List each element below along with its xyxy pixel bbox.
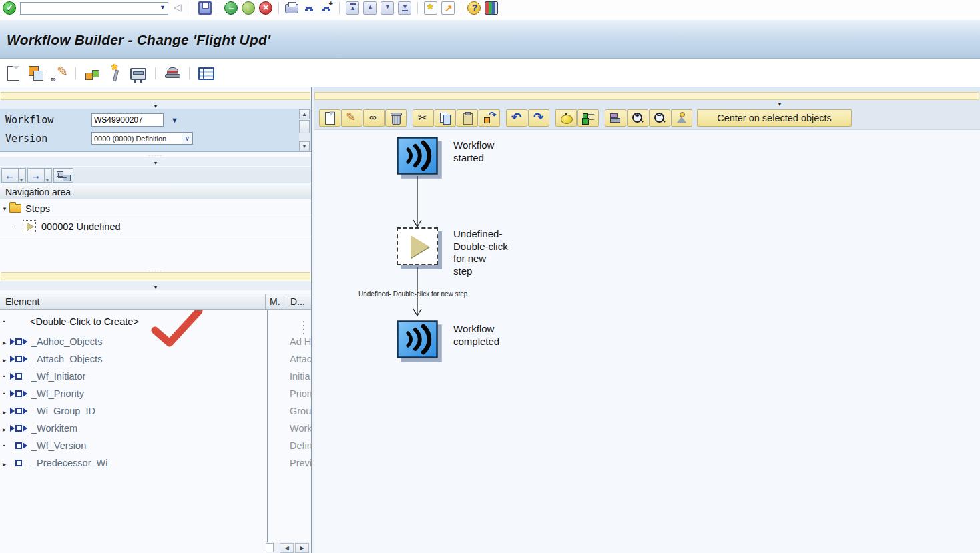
collapse-triangle-icon[interactable]: ▼	[777, 101, 782, 107]
back-history-icon[interactable]	[19, 168, 26, 183]
hide-command-icon[interactable]	[172, 1, 186, 15]
diagram-copy-object-button[interactable]	[479, 109, 500, 127]
copy-workflow-icon[interactable]	[28, 65, 44, 81]
element-row[interactable]: _Wf_Priority Priori	[0, 385, 311, 402]
diagram-watchpoints-button[interactable]	[577, 109, 599, 127]
test-icon[interactable]	[130, 68, 146, 80]
basic-data-icon[interactable]	[164, 65, 180, 81]
element-name[interactable]: _Adhoc_Objects	[31, 336, 102, 347]
table-horizontal-scrollbar[interactable]: ◀ ▶	[266, 542, 310, 553]
column-element[interactable]: Element	[5, 296, 39, 307]
expander-icon[interactable]	[0, 406, 9, 416]
tree-item-label[interactable]: 000002 Undefined	[41, 221, 121, 232]
save-icon[interactable]	[198, 1, 212, 15]
scroll-thumb[interactable]	[299, 120, 310, 133]
workflow-dropdown-icon[interactable]: ▼	[171, 116, 178, 124]
expander-icon[interactable]	[0, 458, 9, 468]
element-row[interactable]: _Wf_Version Defin	[0, 437, 311, 454]
scroll-thumb[interactable]	[266, 543, 274, 552]
cancel-icon[interactable]	[259, 1, 272, 15]
scroll-left-icon[interactable]: ◀	[280, 543, 294, 553]
column-divider[interactable]	[286, 294, 286, 309]
diagram-zoom-out-button[interactable]	[649, 109, 670, 127]
diagram-net-structure-button[interactable]	[605, 109, 626, 127]
create-shortcut-icon[interactable]	[441, 1, 455, 15]
next-page-icon[interactable]	[381, 1, 394, 15]
diagram-copy-button[interactable]	[435, 109, 456, 127]
navigation-tray-collapse-icon[interactable]	[0, 157, 311, 166]
help-icon[interactable]	[467, 1, 481, 15]
forward-history-icon[interactable]	[45, 168, 52, 183]
element-row[interactable]: _Attach_Objects Attac	[0, 350, 311, 368]
diagram-cut-button[interactable]	[413, 109, 434, 127]
expander-icon[interactable]	[0, 423, 9, 434]
command-dropdown-icon[interactable]	[158, 1, 168, 15]
workflow-list-icon[interactable]	[198, 67, 214, 80]
column-divider[interactable]	[265, 294, 266, 309]
back-step-button[interactable]	[1, 168, 19, 183]
diagram-delete-button[interactable]	[385, 109, 407, 127]
element-name[interactable]: <Double-Click to Create>	[9, 316, 139, 327]
undefined-step-icon[interactable]	[23, 220, 36, 233]
diagram-new-button[interactable]	[319, 109, 340, 127]
expander-icon[interactable]	[0, 354, 9, 364]
collapse-triangle-icon[interactable]: ▾	[0, 205, 9, 212]
first-page-icon[interactable]	[346, 1, 359, 15]
element-row[interactable]: _Wi_Group_ID Grou	[0, 402, 311, 420]
workflow-started-node-icon[interactable]	[397, 137, 438, 175]
form-vertical-scrollbar[interactable]: ▲ ▼	[299, 109, 310, 151]
workflow-tray-header[interactable]	[1, 92, 310, 100]
element-row[interactable]: _Workitem Work	[0, 420, 311, 437]
center-on-selected-button[interactable]: Center on selected objects	[697, 109, 852, 127]
element-name[interactable]: _Workitem	[31, 423, 77, 434]
workflow-completed-node-icon[interactable]	[397, 320, 438, 358]
expander-icon[interactable]	[0, 336, 9, 347]
undefined-step-node[interactable]	[397, 227, 438, 265]
customize-layout-icon[interactable]	[485, 1, 498, 15]
where-used-icon[interactable]	[85, 65, 101, 81]
column-m[interactable]: M.	[270, 296, 280, 307]
tree-item-steps[interactable]: ▾ Steps	[0, 200, 311, 217]
diagram-edit-button[interactable]	[341, 109, 362, 127]
tree-item-label[interactable]: Steps	[25, 203, 50, 214]
diagram-paste-button[interactable]	[457, 109, 478, 127]
element-name[interactable]: _Attach_Objects	[31, 354, 102, 364]
version-select[interactable]: 0000 (0000) Definition ∨	[91, 132, 193, 145]
element-row[interactable]: _Adhoc_Objects Ad H	[0, 333, 311, 350]
drag-handle-dots[interactable]	[302, 320, 306, 337]
diagram-redo-button[interactable]	[528, 109, 549, 127]
scroll-up-icon[interactable]: ▲	[299, 109, 310, 119]
tree-item-undefined-step[interactable]: · 000002 Undefined	[0, 218, 311, 235]
diagram-canvas[interactable]: Workflow started Undefined- Double-click…	[314, 129, 980, 553]
element-row[interactable]: _Predecessor_Wi Previ	[0, 454, 311, 472]
exit-icon[interactable]	[242, 1, 255, 15]
workflow-tray-collapse-icon[interactable]	[0, 100, 311, 109]
element-tray-collapse-icon[interactable]	[0, 281, 311, 290]
diagram-person-view-button[interactable]	[671, 109, 692, 127]
find-next-icon[interactable]	[320, 1, 333, 15]
last-page-icon[interactable]	[398, 1, 411, 15]
scroll-down-icon[interactable]: ▼	[299, 141, 310, 151]
workflow-id-input[interactable]	[91, 113, 164, 127]
new-session-icon[interactable]	[424, 1, 437, 15]
diagram-zoom-in-button[interactable]	[627, 109, 648, 127]
element-name[interactable]: _Wi_Group_ID	[31, 406, 95, 416]
enter-icon[interactable]	[3, 1, 16, 15]
display-change-icon[interactable]	[51, 65, 67, 81]
element-row[interactable]: _Wf_Initiator Initia	[0, 368, 311, 385]
element-name[interactable]: _Wf_Version	[31, 440, 86, 451]
diagram-undo-button[interactable]	[506, 109, 527, 127]
step-history-icon[interactable]	[53, 168, 73, 183]
element-name[interactable]: _Predecessor_Wi	[31, 458, 107, 468]
previous-page-icon[interactable]	[363, 1, 377, 15]
diagram-breakpoint-button[interactable]	[555, 109, 577, 127]
activate-icon[interactable]	[107, 65, 124, 81]
print-icon[interactable]	[285, 4, 298, 13]
element-row-create[interactable]: <Double-Click to Create>	[0, 313, 311, 330]
diagram-display-button[interactable]	[363, 109, 385, 127]
find-icon[interactable]	[302, 1, 316, 15]
forward-step-button[interactable]	[27, 168, 45, 183]
diagram-tray-header[interactable]	[314, 92, 979, 100]
create-workflow-icon[interactable]	[7, 66, 19, 81]
element-name[interactable]: _Wf_Priority	[31, 388, 84, 399]
